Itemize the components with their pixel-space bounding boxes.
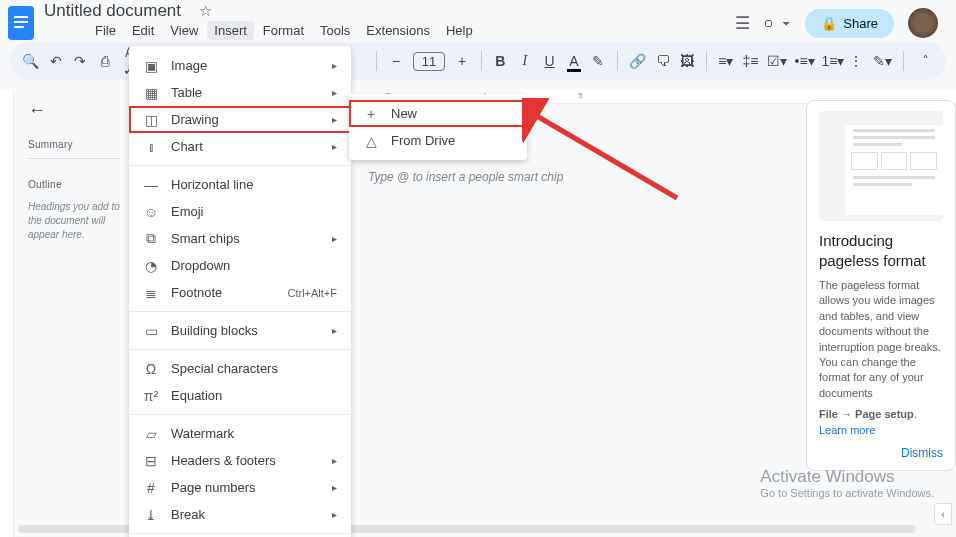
insert-smart-chips[interactable]: ⧉Smart chips▸ (129, 225, 351, 252)
insert-equation[interactable]: π²Equation (129, 382, 351, 409)
font-size-input[interactable]: 11 (413, 52, 445, 71)
chevron-right-icon: ▸ (332, 60, 337, 71)
chevron-right-icon: ▸ (332, 325, 337, 336)
search-icon[interactable]: 🔍 (22, 53, 39, 69)
windows-activation-watermark: Activate Windows Go to Settings to activ… (760, 467, 934, 499)
outline-empty-hint: Headings you add to the document will ap… (28, 200, 120, 242)
page-numbers-icon: # (143, 480, 159, 496)
promo-heading: Introducing pageless format (819, 231, 943, 270)
align-icon[interactable]: ≡▾ (718, 53, 734, 69)
dismiss-link[interactable]: Dismiss (819, 446, 943, 460)
insert-break[interactable]: ⤓Break▸ (129, 501, 351, 528)
outline-panel: ← Summary Outline Headings you add to th… (14, 90, 130, 537)
smart-chip-hint: Type @ to Type @ to insert a people smar… (368, 170, 563, 184)
insert-page-numbers[interactable]: #Page numbers▸ (129, 474, 351, 501)
redo-icon[interactable]: ↷ (73, 53, 89, 69)
chevron-right-icon: ▸ (332, 141, 337, 152)
drawing-icon: ◫ (143, 112, 159, 128)
menu-separator (129, 311, 351, 312)
underline-icon[interactable]: U (542, 53, 558, 69)
text-color-icon[interactable]: A (566, 53, 582, 69)
insert-special-characters[interactable]: ΩSpecial characters (129, 355, 351, 382)
emoji-icon: ☺ (143, 204, 159, 220)
menu-separator (129, 414, 351, 415)
editing-mode-icon[interactable]: ✎▾ (873, 53, 891, 69)
table-icon: ▦ (143, 85, 159, 101)
more-icon[interactable]: ⋮ (848, 53, 864, 69)
document-title[interactable]: Untitled document (44, 1, 181, 21)
menu-format[interactable]: Format (256, 21, 311, 40)
promo-body: The pageless format allows you wide imag… (819, 278, 943, 401)
dropdown-icon: ◔ (143, 258, 159, 274)
bulleted-list-icon[interactable]: •≡▾ (794, 53, 812, 69)
decrease-font-icon[interactable]: − (388, 53, 404, 69)
new-icon: + (363, 106, 379, 122)
smart-chips-icon: ⧉ (143, 230, 159, 247)
line-spacing-icon[interactable]: ‡≡ (743, 53, 759, 69)
menu-extensions[interactable]: Extensions (359, 21, 437, 40)
menu-help[interactable]: Help (439, 21, 480, 40)
share-label: Share (843, 16, 878, 31)
menu-insert[interactable]: Insert (207, 21, 254, 40)
undo-icon[interactable]: ↶ (48, 53, 64, 69)
image-icon: ▣ (143, 58, 159, 74)
italic-icon[interactable]: I (517, 53, 533, 69)
menu-separator (129, 349, 351, 350)
ruler-mark: 5 (578, 91, 582, 100)
docs-logo-icon[interactable] (8, 6, 34, 40)
pageless-preview-image (819, 111, 943, 221)
chart-icon: ⫾ (143, 139, 159, 155)
insert-dropdown[interactable]: ◔Dropdown (129, 252, 351, 279)
insert-footnote[interactable]: ≣FootnoteCtrl+Alt+F (129, 279, 351, 306)
meet-icon[interactable]: ▢ﾠ▾ (764, 13, 791, 33)
menu-separator (129, 533, 351, 534)
promo-body2: File → Page setup. Learn more (819, 407, 943, 438)
bold-icon[interactable]: B (493, 53, 509, 69)
star-icon[interactable]: ☆ (199, 2, 212, 20)
insert-watermark[interactable]: ▱Watermark (129, 420, 351, 447)
share-button[interactable]: 🔒 Share (805, 9, 894, 38)
insert-link-icon[interactable]: 🔗 (629, 53, 646, 69)
insert-menu-dropdown: ▣Image▸▦Table▸◫Drawing▸⫾Chart▸—Horizonta… (129, 46, 351, 537)
horizontal-line-icon: — (143, 177, 159, 193)
insert-image[interactable]: ▣Image▸ (129, 52, 351, 79)
highlight-icon[interactable]: ✎ (591, 53, 607, 69)
checklist-icon[interactable]: ☑▾ (767, 53, 785, 69)
special-characters-icon: Ω (143, 361, 159, 377)
drawing-from-drive[interactable]: △From Drive (349, 127, 527, 154)
insert-comment-icon[interactable]: 🗨 (655, 53, 671, 69)
menu-separator (129, 165, 351, 166)
collapse-toolbar-icon[interactable]: ˄ (916, 53, 934, 69)
learn-more-link[interactable]: Learn more (819, 424, 875, 436)
insert-horizontal-line[interactable]: —Horizontal line (129, 171, 351, 198)
lock-icon: 🔒 (821, 16, 837, 31)
drawing-submenu: +New△From Drive (349, 94, 527, 160)
drawing-new[interactable]: +New (349, 100, 527, 127)
chevron-right-icon: ▸ (332, 87, 337, 98)
show-side-panel-icon[interactable]: ‹ (934, 503, 952, 525)
from-drive-icon: △ (363, 133, 379, 149)
numbered-list-icon[interactable]: 1≡▾ (821, 53, 839, 69)
account-avatar[interactable] (908, 8, 938, 38)
footnote-icon: ≣ (143, 285, 159, 301)
chevron-right-icon: ▸ (332, 233, 337, 244)
insert-emoji[interactable]: ☺Emoji (129, 198, 351, 225)
insert-image-icon[interactable]: 🖼 (680, 53, 696, 69)
chevron-right-icon: ▸ (332, 482, 337, 493)
insert-drawing[interactable]: ◫Drawing▸ (129, 106, 351, 133)
close-outline-icon[interactable]: ← (28, 100, 46, 121)
insert-headers-footers[interactable]: ⊟Headers & footers▸ (129, 447, 351, 474)
insert-building-blocks[interactable]: ▭Building blocks▸ (129, 317, 351, 344)
menu-edit[interactable]: Edit (125, 21, 161, 40)
insert-chart[interactable]: ⫾Chart▸ (129, 133, 351, 160)
print-icon[interactable]: ⎙ (97, 53, 113, 69)
comments-history-icon[interactable]: ☰ (735, 13, 750, 34)
pageless-promo-card: Introducing pageless format The pageless… (806, 100, 956, 471)
menu-file[interactable]: File (88, 21, 123, 40)
menu-view[interactable]: View (163, 21, 205, 40)
break-icon: ⤓ (143, 507, 159, 523)
increase-font-icon[interactable]: + (454, 53, 470, 69)
insert-table[interactable]: ▦Table▸ (129, 79, 351, 106)
menu-tools[interactable]: Tools (313, 21, 357, 40)
equation-icon: π² (143, 388, 159, 404)
